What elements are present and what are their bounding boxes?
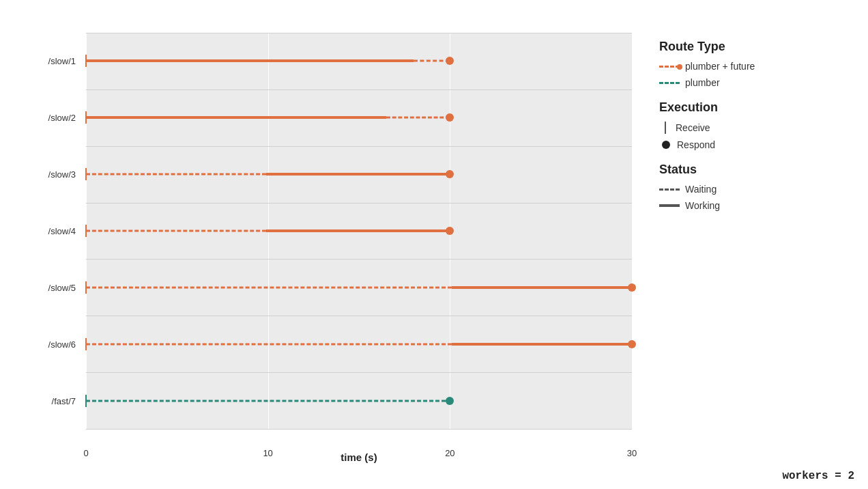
grid-line-horizontal	[86, 429, 632, 430]
receive-tick	[85, 281, 87, 294]
legend-working-label: Working	[685, 200, 720, 211]
legend-working-item: Working	[659, 200, 816, 211]
grid-line-horizontal	[86, 33, 632, 33]
receive-tick	[85, 225, 87, 237]
receive-tick	[85, 168, 87, 180]
waiting-segment	[86, 286, 452, 288]
execution-title: Execution	[659, 100, 816, 115]
grid-line-horizontal	[86, 372, 632, 373]
main-container: /slow/1/slow/2/slow/3/slow/4/slow/5/slow…	[25, 12, 843, 477]
working-segment	[452, 286, 632, 289]
legend-waiting-label: Waiting	[685, 184, 717, 195]
working-segment	[86, 116, 386, 119]
waiting-segment-post	[386, 117, 450, 119]
legend-teal-label: plumber	[685, 77, 720, 88]
x-tick-label: 20	[445, 448, 454, 458]
legend-orange-label: plumber + future	[685, 61, 755, 72]
receive-icon	[665, 122, 666, 134]
grid-line-horizontal	[86, 203, 632, 204]
grid-line-horizontal	[86, 259, 632, 260]
waiting-segment	[86, 173, 266, 176]
receive-tick	[85, 55, 87, 67]
legend-panel: Route Type plumber + future plumber Exec…	[639, 26, 830, 230]
status-section: Status Waiting Working	[659, 163, 816, 211]
working-segment	[86, 59, 414, 62]
y-tick-label: /fast/7	[52, 395, 76, 406]
execution-section: Execution Receive Respond	[659, 100, 816, 150]
grid-line-horizontal	[86, 316, 632, 316]
legend-teal-icon	[659, 82, 680, 84]
respond-dot	[446, 113, 454, 122]
respond-dot	[446, 397, 454, 405]
y-tick-label: /slow/3	[48, 169, 76, 180]
grid-line-horizontal	[86, 89, 632, 90]
receive-tick	[85, 338, 87, 350]
y-tick-label: /slow/1	[48, 56, 76, 66]
legend-orange-item: plumber + future	[659, 61, 816, 72]
waiting-icon	[659, 188, 680, 191]
x-tick-label: 10	[263, 448, 272, 458]
chart-plot: /slow/1/slow/2/slow/3/slow/4/slow/5/slow…	[86, 33, 632, 429]
respond-dot	[628, 340, 636, 348]
legend-teal-item: plumber	[659, 77, 816, 88]
y-tick-label: /slow/6	[48, 339, 76, 349]
grid-line-vertical	[632, 33, 633, 429]
respond-dot	[446, 227, 454, 235]
legend-orange-icon	[659, 66, 680, 68]
receive-tick	[85, 111, 87, 124]
legend-respond-label: Respond	[677, 139, 715, 150]
waiting-segment	[86, 230, 266, 232]
legend-receive-label: Receive	[676, 122, 710, 133]
respond-dot	[628, 283, 636, 292]
chart-area: /slow/1/slow/2/slow/3/slow/4/slow/5/slow…	[38, 26, 639, 463]
x-tick-label: 0	[83, 448, 88, 458]
working-segment	[452, 343, 632, 346]
respond-dot	[446, 57, 454, 65]
x-axis-title: time (s)	[341, 451, 377, 463]
y-tick-label: /slow/5	[48, 282, 76, 292]
grid-line-horizontal	[86, 146, 632, 147]
legend-respond-item: Respond	[659, 139, 816, 150]
legend-waiting-item: Waiting	[659, 184, 816, 195]
route-type-title: Route Type	[659, 40, 816, 54]
respond-dot	[446, 170, 454, 178]
x-tick-label: 30	[627, 448, 637, 458]
waiting-segment	[86, 343, 452, 345]
working-icon	[659, 204, 680, 207]
status-title: Status	[659, 163, 816, 177]
receive-tick	[85, 395, 87, 407]
y-tick-label: /slow/2	[48, 113, 76, 123]
working-segment	[266, 173, 452, 176]
working-segment	[266, 229, 452, 232]
workers-label: workers = 2	[782, 470, 854, 482]
waiting-segment-post	[414, 60, 450, 62]
legend-receive-item: Receive	[659, 122, 816, 134]
waiting-segment	[86, 400, 452, 402]
y-tick-label: /slow/4	[48, 226, 76, 236]
respond-icon	[662, 141, 670, 149]
